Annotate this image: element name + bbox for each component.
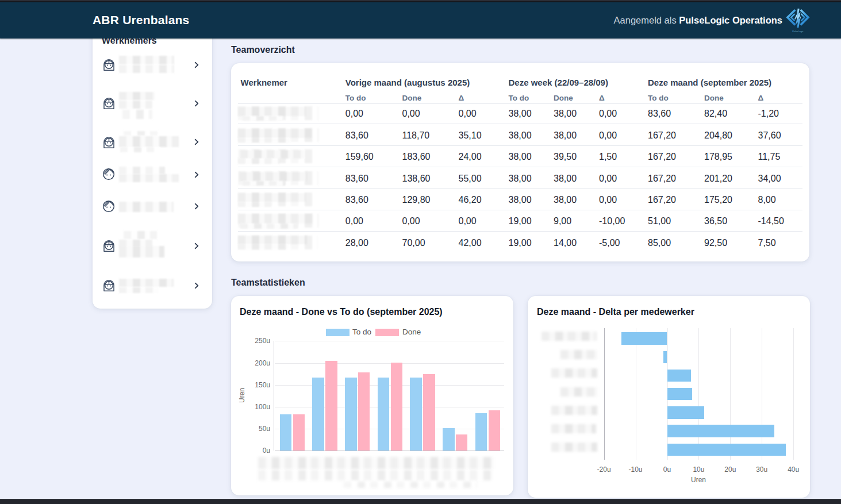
svg-text:PulseLogic: PulseLogic <box>792 30 804 33</box>
